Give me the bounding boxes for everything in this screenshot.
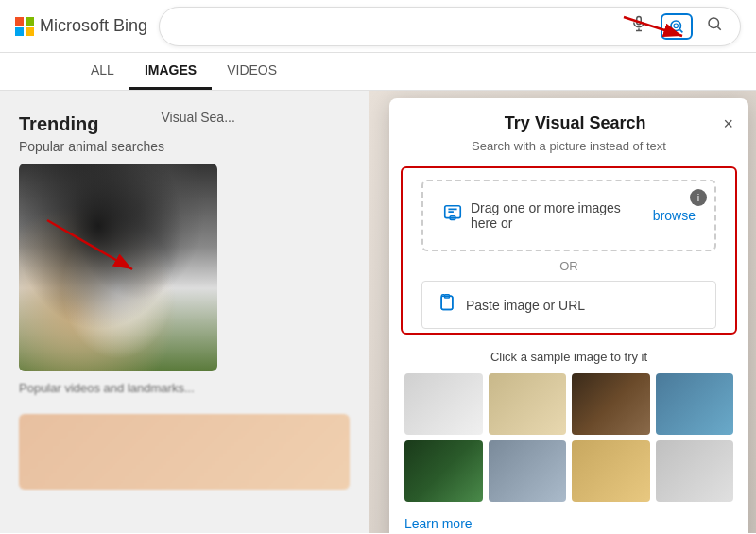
sample-grid bbox=[404, 373, 733, 502]
visual-search-tab-label: Visual Sea... bbox=[146, 100, 249, 139]
popup-title: Try Visual Search bbox=[427, 113, 723, 133]
search-input[interactable] bbox=[173, 18, 617, 35]
bing-logo: Microsoft Bing bbox=[15, 16, 147, 36]
search-submit-button[interactable] bbox=[702, 13, 727, 39]
drag-instructions: Drag one or more images here or browse bbox=[442, 200, 696, 231]
popup-subtitle: Search with a picture instead of text bbox=[389, 137, 748, 163]
paste-url-label: Paste image or URL bbox=[466, 298, 585, 313]
visual-search-popup: Try Visual Search × Search with a pictur… bbox=[389, 98, 748, 533]
sample-image-1[interactable] bbox=[404, 373, 483, 435]
sample-title: Click a sample image to try it bbox=[404, 350, 733, 364]
tab-images[interactable]: IMAGES bbox=[129, 53, 212, 90]
svg-line-6 bbox=[717, 26, 720, 29]
sample-image-7[interactable] bbox=[572, 440, 650, 502]
svg-point-3 bbox=[671, 21, 681, 31]
popup-close-button[interactable]: × bbox=[723, 115, 733, 132]
search-bar bbox=[159, 7, 741, 46]
nav-tabs: ALL IMAGES VIDEOS bbox=[0, 53, 756, 91]
header: Microsoft Bing bbox=[0, 0, 756, 53]
trending-heading: Trending bbox=[0, 100, 117, 139]
sample-image-8[interactable] bbox=[656, 440, 734, 502]
svg-point-5 bbox=[709, 18, 719, 28]
info-badge[interactable]: i bbox=[690, 189, 707, 206]
drag-icon bbox=[442, 203, 463, 229]
mic-button[interactable] bbox=[627, 13, 651, 39]
red-highlight-box: Drag one or more images here or browse i… bbox=[401, 166, 737, 335]
right-panel: Try Visual Search × Search with a pictur… bbox=[369, 91, 756, 533]
sample-section: Click a sample image to try it bbox=[389, 338, 748, 506]
below-dog-text: Popular videos and landmarks... bbox=[0, 371, 369, 405]
sample-image-4[interactable] bbox=[656, 373, 734, 435]
sample-image-2[interactable] bbox=[489, 373, 567, 435]
svg-point-4 bbox=[674, 24, 679, 28]
left-panel: Trending Visual Sea... Popular animal se… bbox=[0, 91, 369, 533]
browse-link[interactable]: browse bbox=[653, 208, 696, 223]
main-content: Trending Visual Sea... Popular animal se… bbox=[0, 91, 756, 533]
svg-rect-0 bbox=[637, 17, 642, 25]
visual-search-button[interactable] bbox=[661, 13, 693, 40]
sample-image-6[interactable] bbox=[489, 440, 567, 502]
or-divider: OR bbox=[406, 259, 731, 273]
tab-all[interactable]: ALL bbox=[76, 53, 129, 90]
learn-more-section: Learn more bbox=[389, 506, 748, 532]
bing-logo-icon bbox=[15, 17, 34, 36]
drop-zone[interactable]: Drag one or more images here or browse i bbox=[421, 180, 716, 251]
dog-image bbox=[19, 164, 217, 371]
sample-image-3[interactable] bbox=[572, 373, 650, 435]
popup-header: Try Visual Search × bbox=[389, 98, 748, 137]
sample-image-5[interactable] bbox=[404, 440, 483, 502]
popular-label: Popular animal searches bbox=[0, 139, 369, 164]
paste-icon bbox=[438, 293, 456, 317]
tab-videos[interactable]: VIDEOS bbox=[212, 53, 292, 90]
drag-text: Drag one or more images here or bbox=[471, 200, 645, 231]
bing-logo-text: Microsoft Bing bbox=[40, 16, 147, 36]
paste-url-button[interactable]: Paste image or URL bbox=[421, 281, 716, 329]
learn-more-link[interactable]: Learn more bbox=[404, 516, 472, 531]
